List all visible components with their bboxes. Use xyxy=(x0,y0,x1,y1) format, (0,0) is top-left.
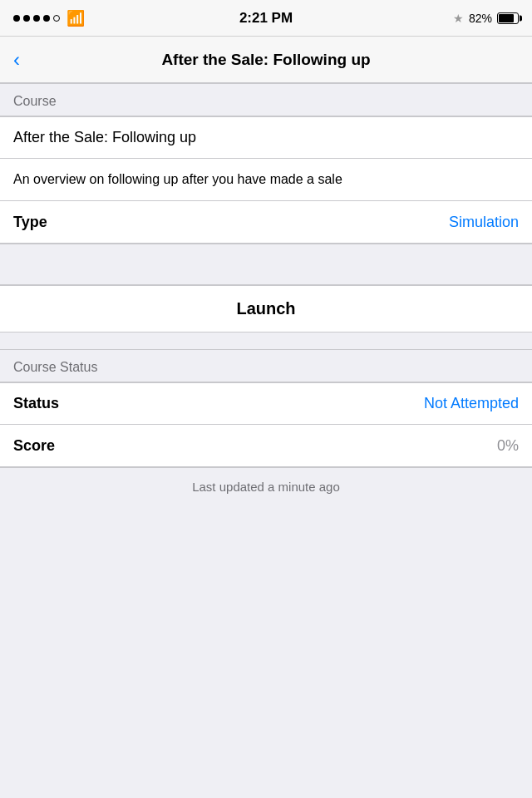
type-label: Type xyxy=(13,214,47,231)
status-value: Not Attempted xyxy=(424,395,519,412)
status-bar: 📶 2:21 PM ★ 82% xyxy=(0,0,532,37)
type-value: Simulation xyxy=(449,214,519,231)
back-button[interactable]: ‹ xyxy=(13,50,20,70)
nav-bar: ‹ After the Sale: Following up xyxy=(0,37,532,83)
battery-fill xyxy=(499,14,514,22)
signal-dots xyxy=(13,15,60,22)
course-table-group: After the Sale: Following up An overview… xyxy=(0,116,532,244)
type-row: Type Simulation xyxy=(0,201,532,243)
course-section-label: Course xyxy=(13,94,57,108)
status-time: 2:21 PM xyxy=(239,10,293,27)
status-left: 📶 xyxy=(13,9,85,27)
score-label: Score xyxy=(13,437,55,455)
course-status-section-header: Course Status xyxy=(0,349,532,382)
battery-percent: 82% xyxy=(469,12,492,25)
wifi-icon: 📶 xyxy=(66,9,85,27)
course-section-header: Course xyxy=(0,83,532,116)
course-description-row: An overview on following up after you ha… xyxy=(0,159,532,201)
dot-2 xyxy=(23,15,30,22)
status-label: Status xyxy=(13,395,59,412)
launch-label: Launch xyxy=(236,299,295,318)
status-right: ★ 82% xyxy=(453,12,519,25)
course-status-table-group: Status Not Attempted Score 0% xyxy=(0,382,532,467)
chevron-left-icon: ‹ xyxy=(13,50,20,70)
bluetooth-icon: ★ xyxy=(453,12,464,25)
footer-text: Last updated a minute ago xyxy=(192,480,340,494)
nav-title: After the Sale: Following up xyxy=(161,51,370,69)
course-title-row: After the Sale: Following up xyxy=(0,117,532,159)
course-title: After the Sale: Following up xyxy=(13,129,196,145)
score-row: Score 0% xyxy=(0,425,532,466)
score-value: 0% xyxy=(497,437,519,455)
course-status-section-label: Course Status xyxy=(13,360,97,374)
section-gap xyxy=(0,332,532,349)
battery-icon xyxy=(497,12,519,24)
course-description: An overview on following up after you ha… xyxy=(13,172,342,186)
dot-5 xyxy=(53,15,60,22)
launch-row[interactable]: Launch xyxy=(0,285,532,332)
spacer-row xyxy=(0,244,532,285)
dot-1 xyxy=(13,15,20,22)
dot-4 xyxy=(43,15,50,22)
dot-3 xyxy=(33,15,40,22)
status-row: Status Not Attempted xyxy=(0,383,532,425)
footer: Last updated a minute ago xyxy=(0,467,532,506)
